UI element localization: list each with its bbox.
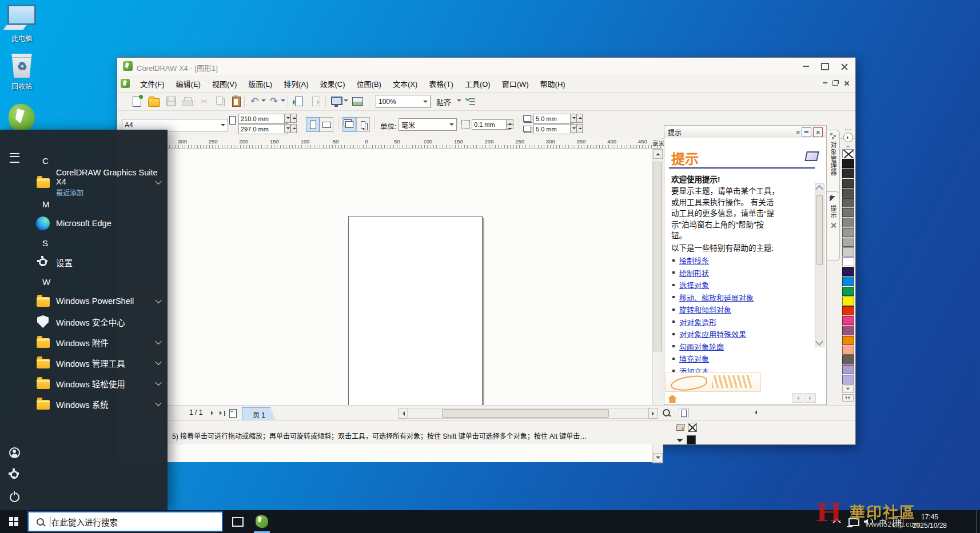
start-app-3[interactable]: Microsoft Edge: [27, 213, 168, 234]
paste-button[interactable]: [229, 95, 243, 108]
start-section-M[interactable]: M: [27, 195, 168, 213]
page-sorter-button[interactable]: [679, 408, 689, 418]
menu-item-9[interactable]: 工具(O): [459, 76, 496, 91]
nudge-offset-field[interactable]: 0.1 mm: [472, 119, 509, 130]
page-tab[interactable]: 页 1: [242, 407, 276, 421]
new-document-button[interactable]: [130, 95, 144, 108]
all-pages-button[interactable]: [342, 117, 356, 132]
desktop-icon-coreldraw[interactable]: [1, 104, 42, 131]
tray-show-hidden-icons[interactable]: [830, 510, 845, 533]
duplicate-x-spinner[interactable]: [570, 114, 583, 123]
current-page-button[interactable]: [356, 117, 370, 132]
hints-link-1[interactable]: 绘制形状: [679, 267, 709, 278]
hints-forward-button[interactable]: [804, 393, 816, 403]
hints-link-8[interactable]: 填充对象: [679, 353, 709, 364]
start-app-7[interactable]: Windows PowerShell: [27, 291, 168, 311]
cut-button[interactable]: ✂: [197, 95, 211, 108]
hints-link-6[interactable]: 对对象应用特殊效果: [679, 328, 746, 339]
palette-swatch-17[interactable]: [842, 316, 854, 325]
menu-item-7[interactable]: 文本(X): [387, 76, 423, 91]
tab-hints[interactable]: ? 提示: [827, 191, 840, 261]
menu-item-5[interactable]: 效果(C): [314, 76, 351, 91]
paper-height-field[interactable]: 297.0 mm: [238, 124, 288, 134]
taskbar-coreldraw-button[interactable]: [250, 510, 273, 533]
tray-ime-mode[interactable]: 中: [876, 510, 890, 533]
horizontal-scroll-thumb[interactable]: [442, 409, 609, 418]
duplicate-y-field[interactable]: 5.0 mm: [533, 124, 573, 134]
docker-tab-close-icon[interactable]: [831, 222, 836, 227]
docker-scroll-thumb[interactable]: [816, 195, 823, 265]
docker-close-button[interactable]: [813, 127, 823, 137]
start-section-S[interactable]: S: [27, 234, 168, 252]
palette-scroll-down-button[interactable]: [842, 386, 854, 393]
palette-swatch-7[interactable]: [842, 218, 854, 227]
palette-swatch-21[interactable]: [842, 355, 854, 364]
menu-item-11[interactable]: 帮助(H): [535, 76, 571, 91]
snap-caret[interactable]: [457, 99, 461, 104]
hints-link-3[interactable]: 移动、缩放和延展对象: [679, 292, 754, 303]
menu-item-4[interactable]: 排列(A): [278, 76, 314, 91]
start-app-9[interactable]: Windows 附件: [27, 332, 168, 352]
undo-dropdown[interactable]: [261, 99, 266, 104]
open-button[interactable]: [147, 95, 161, 108]
settings-button[interactable]: [7, 467, 22, 482]
tray-network[interactable]: [846, 510, 861, 533]
start-section-W[interactable]: W: [27, 272, 168, 291]
undo-button[interactable]: ↶: [248, 95, 261, 108]
tray-ime-pinyin[interactable]: 拼: [891, 510, 906, 533]
palette-swatch-8[interactable]: [842, 228, 854, 237]
palette-swatch-13[interactable]: [842, 276, 854, 286]
options-button[interactable]: [464, 95, 477, 108]
menu-item-1[interactable]: 编辑(E): [170, 76, 206, 91]
copy-button[interactable]: [213, 95, 227, 108]
menu-item-8[interactable]: 表格(T): [423, 76, 459, 91]
palette-swatch-16[interactable]: [842, 306, 854, 315]
add-page-button[interactable]: [228, 408, 237, 418]
duplicate-x-field[interactable]: 5.0 mm: [533, 114, 573, 124]
palette-expand-button[interactable]: [842, 394, 854, 402]
docker-scroll-up-icon[interactable]: [815, 185, 823, 193]
welcome-screen-button[interactable]: [350, 95, 364, 108]
palette-swatch-20[interactable]: [842, 346, 854, 355]
palette-swatch-2[interactable]: [842, 169, 854, 178]
palette-flyout-button[interactable]: [843, 133, 853, 142]
chevron-down-icon[interactable]: [155, 338, 161, 344]
palette-drag-handle[interactable]: [841, 127, 855, 132]
palette-swatch-1[interactable]: [842, 159, 854, 168]
palette-swatch-11[interactable]: [842, 257, 854, 266]
menu-item-6[interactable]: 位图(B): [351, 76, 387, 91]
start-button[interactable]: [0, 510, 27, 533]
docker-title-bar[interactable]: 提示 »: [664, 125, 827, 139]
palette-swatch-15[interactable]: [842, 296, 854, 306]
snap-to-dropdown[interactable]: 贴齐: [436, 97, 451, 107]
save-button[interactable]: [164, 95, 178, 108]
paper-width-field[interactable]: 210.0 mm: [238, 114, 288, 124]
palette-swatch-9[interactable]: [842, 238, 854, 247]
chevron-down-icon[interactable]: [155, 400, 161, 406]
docker-scrollbar[interactable]: [815, 183, 824, 347]
taskbar-search-box[interactable]: 在此键入进行搜索: [27, 511, 223, 532]
palette-swatch-6[interactable]: [842, 208, 854, 217]
print-button[interactable]: [180, 95, 194, 108]
chevron-down-icon[interactable]: [155, 379, 161, 386]
menu-item-3[interactable]: 版面(L): [242, 76, 278, 91]
hints-back-button[interactable]: [792, 393, 803, 403]
start-app-1[interactable]: CorelDRAW Graphics Suite X4最近添加: [27, 170, 168, 195]
zoom-tool-button[interactable]: [662, 408, 671, 417]
palette-swatch-22[interactable]: [842, 365, 854, 374]
palette-swatch-5[interactable]: [842, 198, 854, 207]
palette-swatch-4[interactable]: [842, 189, 854, 198]
docker-rollup-button[interactable]: [802, 127, 811, 137]
redo-button[interactable]: ↷: [267, 95, 281, 108]
palette-swatch-none[interactable]: [842, 149, 854, 158]
desktop-icon-this-pc[interactable]: 此电脑: [1, 5, 42, 43]
palette-swatch-19[interactable]: [842, 336, 854, 345]
hints-link-5[interactable]: 对对象造形: [679, 316, 716, 327]
title-bar[interactable]: CorelDRAW X4 - [图形1]: [117, 58, 855, 75]
horizontal-scrollbar[interactable]: [407, 408, 650, 419]
menu-item-0[interactable]: 文件(F): [134, 76, 170, 91]
units-combo[interactable]: 毫米: [399, 118, 457, 131]
start-app-11[interactable]: Windows 轻松使用: [27, 373, 168, 394]
hints-link-7[interactable]: 勾画对象轮廓: [679, 341, 724, 352]
chevron-down-icon[interactable]: [155, 359, 161, 365]
